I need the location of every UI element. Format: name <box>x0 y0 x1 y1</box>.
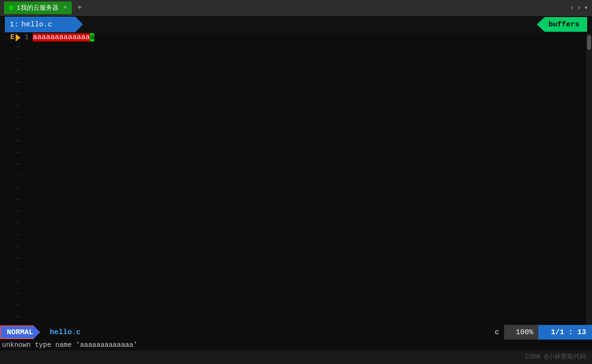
e-indicator: E <box>0 33 24 42</box>
mode-right: c 100% 1/1 : 13 <box>495 325 592 340</box>
code-cursor: a <box>90 33 94 42</box>
tilde-line: ~ <box>0 42 592 53</box>
tilde-line: ~ <box>0 65 592 77</box>
status-filename: hello.c <box>50 328 81 337</box>
nav-right-button[interactable]: › <box>577 4 581 12</box>
tilde-line: ~ <box>0 53 592 65</box>
tilde-line: ~ <box>0 217 592 229</box>
tilde-line: ~ <box>0 147 592 159</box>
mode-line: NORMAL hello.c c 100% 1/1 : 13 <box>0 325 592 340</box>
tilde-line: ~ <box>0 112 592 124</box>
tilde-line: ~ <box>0 229 592 241</box>
tilde-line: ~ <box>0 206 592 217</box>
pos-arrow-icon <box>538 325 545 340</box>
tilde-char: ~ <box>0 231 24 239</box>
tilde-line: ~ <box>0 77 592 88</box>
position-label: 1/1 : 13 <box>545 325 592 340</box>
tilde-char: ~ <box>0 161 24 169</box>
watermark: CSDN @小林爱敲代码 <box>525 352 586 361</box>
tilde-line: ~ <box>0 182 592 194</box>
tilde-line: ~ <box>0 171 592 182</box>
buffer-tab[interactable]: 1: hello.c <box>5 17 83 32</box>
e-label: E <box>10 33 15 42</box>
percent-block: 100% <box>504 325 538 340</box>
tilde-char: ~ <box>0 43 24 52</box>
tilde-line: ~ <box>0 276 592 288</box>
new-tab-button[interactable]: + <box>74 2 85 14</box>
active-tab[interactable]: 1我的云服务器 × <box>4 1 72 14</box>
tab-status-dot <box>9 5 14 10</box>
editor-line-1: E 1 aaaaaaaaaaaaaa <box>0 33 592 42</box>
tilde-char: ~ <box>0 255 24 263</box>
buffer-bar: 1: hello.c buffers <box>0 16 592 33</box>
error-text: unknown type name 'aaaaaaaaaaaaa' <box>2 341 137 349</box>
tilde-lines: ~~~~~~~~~~~~~~~~~~~~~~~~~ <box>0 42 592 325</box>
tilde-char: ~ <box>0 313 24 321</box>
line-number-1: 1 <box>24 33 29 42</box>
tilde-char: ~ <box>0 243 24 251</box>
title-bar: 1我的云服务器 × + ‹ › ▾ <box>0 0 592 16</box>
tilde-char: ~ <box>0 196 24 204</box>
tilde-line: ~ <box>0 159 592 171</box>
percent-arrow-icon <box>504 325 511 340</box>
tilde-char: ~ <box>0 301 24 310</box>
tilde-line: ~ <box>0 135 592 147</box>
tilde-line: ~ <box>0 194 592 206</box>
tilde-char: ~ <box>0 90 24 99</box>
tilde-char: ~ <box>0 208 24 216</box>
tilde-char: ~ <box>0 67 24 75</box>
buffer-filename: hello.c <box>21 21 52 29</box>
tab-close-button[interactable]: × <box>63 4 67 11</box>
editor-area: E 1 aaaaaaaaaaaaaa ~~~~~~~~~~~~~~~~~~~~~… <box>0 33 592 325</box>
tilde-char: ~ <box>0 126 24 134</box>
tilde-char: ~ <box>0 55 24 64</box>
percent-label: 100% <box>511 325 538 340</box>
tilde-line: ~ <box>0 124 592 135</box>
tilde-line: ~ <box>0 288 592 300</box>
tilde-line: ~ <box>0 88 592 100</box>
nav-dropdown-button[interactable]: ▾ <box>584 3 588 12</box>
tilde-char: ~ <box>0 184 24 193</box>
status-bar: NORMAL hello.c c 100% 1/1 : 13 unknown t… <box>0 325 592 350</box>
tilde-char: ~ <box>0 79 24 87</box>
buffer-number: 1: <box>10 21 19 29</box>
e-arrow-icon <box>16 34 21 42</box>
tilde-line: ~ <box>0 311 592 323</box>
error-line: unknown type name 'aaaaaaaaaaaaa' <box>0 340 592 350</box>
buffers-button[interactable]: buffers <box>537 17 587 32</box>
tilde-line: ~ <box>0 300 592 311</box>
filetype-label: c <box>495 328 499 337</box>
tilde-char: ~ <box>0 219 24 228</box>
tilde-char: ~ <box>0 266 24 275</box>
tilde-char: ~ <box>0 137 24 146</box>
code-text-red: aaaaaaaaaaaaa <box>33 33 90 42</box>
scrollbar-thumb[interactable] <box>587 35 591 50</box>
tab-label: 1我的云服务器 <box>17 3 59 12</box>
tilde-char: ~ <box>0 278 24 286</box>
tilde-char: ~ <box>0 290 24 298</box>
tilde-char: ~ <box>0 149 24 157</box>
mode-indicator: NORMAL <box>0 325 40 339</box>
tilde-char: ~ <box>0 102 24 110</box>
tilde-line: ~ <box>0 253 592 264</box>
tilde-line: ~ <box>0 264 592 276</box>
tilde-char: ~ <box>0 172 24 181</box>
nav-left-button[interactable]: ‹ <box>570 4 574 12</box>
title-nav: ‹ › ▾ <box>570 3 588 12</box>
tilde-line: ~ <box>0 100 592 112</box>
tilde-char: ~ <box>0 114 24 122</box>
position-block: 1/1 : 13 <box>538 325 592 340</box>
scrollbar[interactable] <box>586 33 592 325</box>
tilde-line: ~ <box>0 241 592 253</box>
